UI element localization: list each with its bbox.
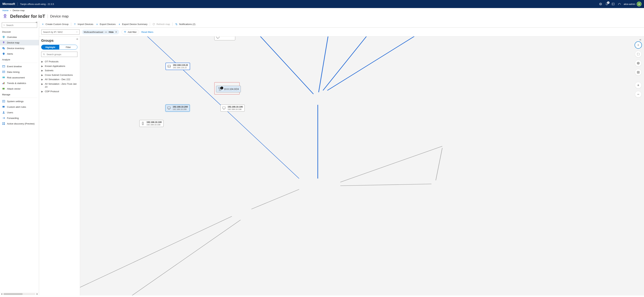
horizontal-scrollbar[interactable] (0, 292, 39, 295)
nav-device-map[interactable]: Device map (0, 40, 39, 45)
brand: Microsoft (2, 3, 15, 6)
group-subnets[interactable]: Subnets (41, 68, 78, 73)
svg-rect-56 (219, 89, 221, 91)
svg-point-5 (4, 25, 4, 26)
group-av-sim-dec[interactable]: AV Simulation - Dec 222 (41, 77, 78, 82)
filter-chip[interactable]: Multicast/broadcast == Hide (82, 30, 119, 34)
cloud-icon[interactable] (618, 2, 621, 6)
nav-trends-label: Trends & statistics (7, 82, 26, 85)
monitor-icon (216, 37, 220, 39)
refresh-map-label: Refresh map (156, 23, 170, 26)
avatar[interactable]: A (637, 2, 642, 7)
toggle-highlight[interactable]: Highlight (41, 45, 59, 49)
device-node-119-22[interactable]: 192.168.119.22 192.168.119.22 (166, 63, 190, 70)
group-ot-protocols[interactable]: OT Protocols (41, 59, 78, 64)
create-custom-group-button[interactable]: Create Custom Group (42, 23, 68, 26)
panel-icon[interactable] (611, 2, 615, 6)
fit-view-button[interactable] (635, 42, 642, 48)
nav-attack-vector[interactable]: Attack vector (0, 86, 39, 92)
nav-active-discovery[interactable]: Active discovery (Preview) (0, 121, 39, 126)
select-area-button[interactable] (635, 51, 642, 58)
nav-forwarding[interactable]: Forwarding (0, 115, 39, 121)
search-icon (3, 24, 5, 26)
map-settings-button[interactable] (635, 60, 642, 67)
user-icon (2, 111, 5, 114)
svg-point-68 (638, 45, 638, 45)
subnet-label: 10.0.104.0/24 (224, 88, 239, 90)
close-icon[interactable] (115, 31, 117, 33)
ip-mac-placeholder: Search by IP / MAC (43, 31, 63, 33)
nav-risk-assessment[interactable]: Risk assessment (0, 75, 39, 80)
collapse-right-icon[interactable] (639, 39, 642, 41)
gear-icon[interactable] (599, 2, 602, 6)
nav-data-mining[interactable]: Data mining (0, 69, 39, 75)
svg-point-22 (3, 111, 4, 112)
collapse-groups-icon[interactable] (76, 38, 78, 40)
collapse-left-icon[interactable] (36, 21, 38, 24)
svg-line-6 (4, 26, 5, 26)
timeline-icon (2, 65, 5, 68)
nav-device-inventory[interactable]: Device inventory (0, 45, 39, 51)
search-input[interactable] (2, 23, 37, 28)
search-field[interactable] (6, 24, 36, 27)
device-ip: 192.168.10.200 (173, 106, 188, 108)
svg-point-7 (3, 41, 4, 43)
svg-line-47 (252, 189, 299, 209)
groups-search-field[interactable] (46, 53, 76, 56)
group-cross-subnet[interactable]: Cross Subnet Connections (41, 73, 78, 77)
reset-filters-link[interactable]: Reset filters (142, 31, 154, 33)
groups-search[interactable] (41, 52, 78, 57)
device-ip: 192.168.119.22 (173, 64, 188, 67)
notifications-button[interactable]: Notifications (2) (175, 23, 196, 26)
svg-rect-53 (168, 65, 171, 67)
group-cdp[interactable]: CDP Protocol (41, 89, 78, 94)
export-summary-label: Export Device Summary (122, 23, 148, 26)
layout-button[interactable] (635, 69, 642, 76)
section-analyze: Analyze (0, 57, 39, 62)
highlight-filter-toggle[interactable]: Highlight Filter (41, 45, 78, 50)
section-discover: Discover (0, 29, 39, 34)
add-filter-button[interactable]: Add filter (122, 30, 139, 34)
nav-overview[interactable]: Overview (0, 34, 39, 40)
device-node-10-106[interactable]: 192.168.10.106 192.168.10.106 (220, 105, 245, 112)
svg-rect-9 (3, 48, 5, 49)
zoom-in-button[interactable] (635, 82, 642, 89)
ip-mac-search[interactable]: Search by IP / MAC (42, 29, 80, 35)
import-devices-button[interactable]: Import Devices (74, 23, 93, 26)
svg-point-36 (43, 54, 44, 55)
nav-overview-label: Overview (7, 36, 17, 39)
nav-custom-alert-rules[interactable]: Custom alert rules (0, 104, 39, 110)
zoom-out-button[interactable] (635, 91, 642, 98)
chart-icon (2, 82, 5, 85)
bell-icon[interactable]: 1 (605, 2, 609, 6)
filter-icon (124, 31, 126, 33)
nav-users[interactable]: Users (0, 110, 39, 115)
device-node-10-200[interactable]: 192.168.10.200 192.168.10.200 (166, 105, 190, 112)
alert-shield-icon (2, 52, 5, 55)
device-node-10-100[interactable]: 192.168.10.100 192.168.10.100 (139, 120, 164, 127)
nav-system-settings[interactable]: System settings (0, 99, 39, 104)
page-subtitle: Device map (48, 14, 69, 18)
svg-line-40 (323, 37, 384, 90)
group-av-sim-zt[interactable]: AV Simulation - Zero Trust Jan 23 (41, 82, 78, 89)
nav-event-timeline[interactable]: Event timeline (0, 64, 39, 69)
nav-alerts[interactable]: Alerts (0, 51, 39, 57)
rules-icon (2, 105, 5, 108)
device-map-canvas[interactable]: 192.168.119.22 192.168.119.22 1 10.0.104… (80, 37, 644, 295)
code-icon (167, 64, 171, 68)
svg-rect-17 (2, 88, 4, 90)
search-icon (43, 53, 45, 56)
toggle-filter[interactable]: Filter (59, 45, 77, 49)
group-known-applications[interactable]: Known Applications (41, 64, 78, 69)
subnet-node[interactable]: 1 10.0.104.0/24 (216, 86, 241, 92)
device-node-partial[interactable] (214, 37, 235, 40)
export-summary-button[interactable]: Export Device Summary (118, 23, 148, 26)
breadcrumb: Home > Device map (0, 8, 644, 13)
breadcrumb-home[interactable]: Home (2, 9, 8, 12)
chevron-down-icon (76, 31, 78, 33)
notifications-label: Notifications (2) (179, 23, 196, 26)
export-devices-button[interactable]: Export Devices (96, 23, 116, 26)
svg-line-41 (327, 37, 432, 90)
filter-chip-op: == (105, 31, 107, 33)
nav-trends[interactable]: Trends & statistics (0, 80, 39, 86)
